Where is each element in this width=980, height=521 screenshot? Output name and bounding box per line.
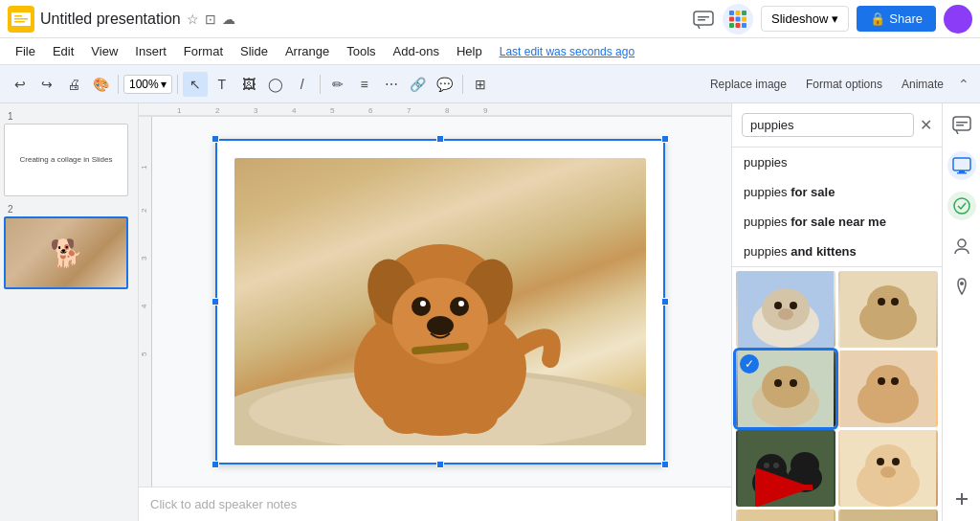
resize-handle-tr[interactable] (661, 135, 669, 143)
animate-button[interactable]: Animate (894, 75, 951, 94)
resize-handle-tc[interactable] (436, 135, 444, 143)
share-button[interactable]: 🔒 Share (857, 6, 936, 32)
resize-handle-ml[interactable] (212, 298, 219, 306)
image-result-1[interactable] (736, 271, 835, 348)
cloud-icon[interactable]: ☁ (222, 11, 235, 27)
cursor-tool[interactable]: ↖ (183, 72, 208, 97)
slide-thumb-2[interactable]: 2 🐕 (4, 204, 134, 289)
crop-tool[interactable]: ⊞ (468, 72, 493, 97)
svg-text:5: 5 (330, 106, 335, 115)
suggestion-item-3[interactable]: puppies for sale near me (732, 207, 942, 237)
svg-rect-95 (953, 158, 970, 170)
toolbar-right: Replace image Format options Animate ⌃ (702, 74, 972, 95)
svg-text:1: 1 (140, 165, 148, 170)
top-bar: Untitled presentation ☆ ⊡ ☁ (0, 0, 980, 38)
notes-placeholder[interactable]: Click to add speaker notes (150, 497, 297, 511)
svg-rect-6 (698, 16, 709, 18)
slide-canvas[interactable] (215, 139, 665, 464)
image-tool[interactable]: 🖼 (236, 72, 261, 97)
svg-rect-14 (729, 23, 734, 28)
resize-handle-bc[interactable] (436, 461, 444, 468)
svg-text:1: 1 (177, 106, 182, 115)
line-dash-tool[interactable]: ⋯ (379, 72, 404, 97)
svg-rect-92 (953, 117, 970, 130)
comment-button[interactable]: 💬 (433, 72, 457, 97)
search-input-wrapper[interactable] (742, 113, 914, 137)
resize-handle-br[interactable] (661, 461, 669, 468)
svg-text:4: 4 (140, 304, 148, 308)
suggestion-item-1[interactable]: puppies (732, 147, 942, 177)
undo-button[interactable]: ↩ (8, 72, 33, 97)
zoom-control[interactable]: 100% ▾ (123, 75, 172, 94)
resize-handle-mr[interactable] (661, 298, 669, 306)
document-title[interactable]: Untitled presentation (40, 11, 181, 28)
chat-icon[interactable] (692, 8, 715, 31)
replace-image-button[interactable]: Replace image (702, 75, 794, 94)
print-button[interactable]: 🖨 (61, 72, 86, 97)
shapes-tool[interactable]: ◯ (263, 72, 288, 97)
svg-point-61 (762, 366, 810, 408)
star-icon[interactable]: ☆ (187, 11, 199, 27)
slide-preview-1[interactable]: Creating a collage in Slides (4, 124, 128, 196)
side-icon-screen[interactable] (947, 151, 976, 180)
svg-rect-3 (14, 18, 28, 20)
text-box-tool[interactable]: T (210, 72, 234, 97)
pen-tool[interactable]: ✏ (325, 72, 350, 97)
resize-handle-bl[interactable] (212, 461, 219, 468)
title-area: Untitled presentation ☆ ⊡ ☁ (40, 11, 235, 28)
format-options-button[interactable]: Format options (798, 75, 890, 94)
menu-file[interactable]: File (8, 41, 43, 61)
side-icon-maps[interactable] (947, 272, 976, 301)
image-result-8[interactable] (838, 510, 938, 521)
menu-tools[interactable]: Tools (339, 41, 383, 61)
suggestion-item-2[interactable]: puppies for sale (732, 177, 942, 207)
link-button[interactable]: 🔗 (406, 72, 431, 97)
menu-view[interactable]: View (83, 41, 125, 61)
menu-format[interactable]: Format (176, 41, 231, 61)
image-result-6[interactable] (838, 430, 938, 507)
side-icon-check[interactable] (947, 192, 976, 220)
google-apps-button[interactable] (723, 4, 753, 34)
last-edit-status[interactable]: Last edit was seconds ago (500, 45, 635, 58)
svg-point-79 (877, 458, 884, 465)
menu-arrange[interactable]: Arrange (278, 41, 337, 61)
menu-help[interactable]: Help (449, 41, 490, 61)
paint-format-button[interactable]: 🎨 (88, 72, 113, 97)
folder-icon[interactable]: ⊡ (205, 11, 216, 27)
menu-addons[interactable]: Add-ons (386, 41, 447, 61)
redo-button[interactable]: ↪ (34, 72, 59, 97)
menu-edit[interactable]: Edit (45, 41, 81, 61)
svg-point-53 (778, 308, 793, 320)
svg-rect-97 (957, 172, 967, 174)
user-avatar[interactable] (944, 5, 972, 34)
slideshow-button[interactable]: Slideshow ▾ (761, 6, 849, 32)
side-icon-add[interactable] (947, 485, 976, 513)
horizontal-ruler: 1 2 3 4 5 6 7 8 9 (139, 103, 731, 117)
image-result-7[interactable] (736, 510, 835, 521)
svg-point-75 (791, 452, 819, 479)
image-result-3[interactable]: ✓ (736, 351, 835, 427)
svg-text:3: 3 (140, 256, 148, 260)
image-result-2[interactable] (838, 271, 938, 348)
canvas-scroll-area[interactable]: 1 2 3 4 5 (139, 117, 731, 487)
menu-insert[interactable]: Insert (127, 41, 174, 61)
notes-area[interactable]: Click to add speaker notes (139, 487, 731, 521)
slide-preview-2[interactable]: 🐕 (4, 216, 128, 289)
line-weight-tool[interactable]: ≡ (352, 72, 377, 97)
menu-slide[interactable]: Slide (233, 41, 276, 61)
slide-number-1: 1 (4, 111, 134, 122)
svg-rect-16 (742, 23, 746, 28)
search-input[interactable] (750, 118, 905, 132)
toolbar-collapse-button[interactable]: ⌃ (955, 74, 972, 95)
image-result-5[interactable] (736, 430, 835, 507)
side-icon-comments[interactable] (947, 111, 976, 140)
svg-rect-9 (736, 11, 741, 15)
search-close-button[interactable]: ✕ (920, 116, 932, 134)
suggestion-item-4[interactable]: puppies and kittens (732, 237, 942, 266)
slide-thumb-1[interactable]: 1 Creating a collage in Slides (4, 111, 134, 196)
side-icons-panel (942, 103, 980, 521)
resize-handle-tl[interactable] (212, 135, 219, 143)
image-result-4[interactable] (838, 351, 938, 427)
line-tool[interactable]: / (290, 72, 315, 97)
side-icon-person[interactable] (947, 232, 976, 260)
